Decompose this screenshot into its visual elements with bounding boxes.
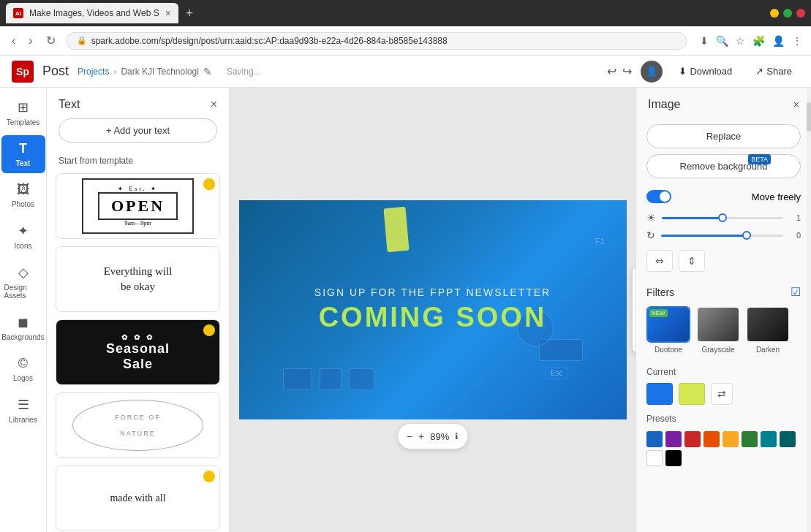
sidebar-item-photos[interactable]: 🖼 Photos [1, 176, 45, 214]
canvas-main-text: COMING SOON [314, 303, 551, 333]
brightness-value: 1 [789, 213, 801, 222]
preset-color-5[interactable] [742, 431, 758, 447]
zoom-in-button[interactable]: + [418, 430, 424, 442]
puzzle-browser-icon[interactable]: 🧩 [752, 35, 765, 47]
rotation-thumb[interactable] [742, 231, 751, 240]
remove-bg-button[interactable]: Remove background BETA [646, 154, 801, 178]
browser-action-icons: ⬇ 🔍 ☆ 🧩 👤 ⋮ [700, 35, 802, 47]
preset-color-0[interactable] [646, 431, 663, 447]
rotation-slider-row: ↻ 0 [636, 227, 811, 244]
sidebar-item-backgrounds[interactable]: ◼ Backgrounds [1, 308, 45, 347]
preset-color-4[interactable] [723, 431, 739, 447]
preset-color-3[interactable] [704, 431, 720, 447]
forward-button[interactable]: › [26, 31, 35, 50]
preset-color-8[interactable] [646, 450, 663, 466]
close-button[interactable] [796, 9, 805, 18]
star-browser-icon[interactable]: ☆ [736, 35, 745, 47]
template-item-everything[interactable]: Everything willbe okay [56, 246, 220, 312]
canvas-info-tool[interactable]: ℹ [633, 323, 636, 349]
menu-browser-icon[interactable]: ⋮ [792, 35, 802, 47]
shuffle-colors-button[interactable]: ⇄ [711, 383, 733, 405]
share-icon: ↗ [755, 66, 763, 77]
right-panel-scrollbar[interactable] [807, 88, 811, 532]
canvas-info-button[interactable]: ℹ [455, 431, 459, 441]
filter-duotone-label: Duotone [655, 346, 682, 354]
filter-darken[interactable]: Darken [746, 306, 790, 354]
filter-duotone-bg: NEW [648, 308, 689, 341]
flip-horizontal-button[interactable]: ⇔ [646, 250, 673, 272]
sidebar-item-text[interactable]: T Text [1, 135, 45, 173]
filter-grayscale-label: Grayscale [701, 346, 734, 354]
tab-close-icon[interactable]: × [165, 7, 171, 19]
download-browser-icon[interactable]: ⬇ [700, 35, 709, 47]
address-bar[interactable]: 🔒 spark.adobe.com/sp/design/post/urn:aai… [66, 32, 687, 50]
scrollbar-thumb[interactable] [807, 102, 811, 132]
preset-color-7[interactable] [780, 431, 796, 447]
redo-button[interactable]: ↪ [622, 64, 632, 78]
new-tab-button[interactable]: + [186, 6, 194, 21]
filter-duotone-preview: NEW [646, 306, 690, 343]
current-color-2[interactable] [679, 383, 705, 405]
canvas[interactable]: F1 Esc SIGN UP FOR THE FPPT NEWSLETTER C… [239, 200, 627, 419]
templates-label: Templates [7, 118, 40, 126]
template-item-seasonal[interactable]: ✿ ✿ ✿ Seasonal Sale [56, 319, 220, 385]
rotation-slider-track[interactable] [661, 235, 783, 237]
template-item-open[interactable]: ✦ Est. ✦ OPEN 9am—9pm [56, 173, 220, 239]
text-icon: T [19, 141, 27, 156]
canvas-image-tool[interactable]: 🖼 [633, 270, 636, 297]
template-badge-made-with [203, 471, 215, 482]
sidebar-item-icons[interactable]: ✦ Icons [1, 217, 45, 256]
flip-vertical-button[interactable]: ⇕ [679, 250, 705, 272]
back-button[interactable]: ‹ [9, 31, 18, 50]
lock-icon: 🔒 [77, 36, 87, 45]
backgrounds-label: Backgrounds [1, 333, 44, 341]
breadcrumb-projects[interactable]: Projects [78, 66, 109, 77]
canvas-area[interactable]: F1 Esc SIGN UP FOR THE FPPT NEWSLETTER C… [230, 88, 635, 532]
filter-grayscale[interactable]: Grayscale [696, 306, 740, 354]
browser-titlebar: Ai Make Images, Videos and Web S × + [0, 0, 811, 26]
breadcrumb-project[interactable]: Dark KJI Technologi [121, 66, 199, 77]
zoom-browser-icon[interactable]: 🔍 [716, 35, 728, 47]
refresh-button[interactable]: ↻ [43, 31, 59, 50]
f1-label: F1 [595, 237, 605, 246]
panel-close-button[interactable]: × [211, 98, 217, 111]
replace-button[interactable]: Replace [646, 124, 801, 148]
sidebar-item-design-assets[interactable]: ◇ Design Assets [1, 259, 45, 305]
download-button[interactable]: ⬇ Download [671, 61, 739, 81]
minimize-button[interactable] [770, 9, 779, 18]
sidebar-item-templates[interactable]: ⊞ Templates [1, 94, 45, 132]
main-area: ⊞ Templates T Text 🖼 Photos ✦ Icons ◇ De… [0, 88, 811, 532]
sidebar-item-logos[interactable]: © Logos [1, 350, 45, 388]
filter-duotone[interactable]: NEW Duotone [646, 306, 690, 354]
avatar[interactable]: 👤 [641, 61, 663, 83]
edit-project-icon[interactable]: ✎ [203, 66, 212, 77]
maximize-button[interactable] [783, 9, 792, 18]
template-item-made-with[interactable]: made with all [56, 466, 220, 531]
brightness-thumb[interactable] [718, 213, 727, 222]
zoom-out-button[interactable]: − [407, 430, 412, 442]
canvas-trash-tool[interactable]: 🗑 [633, 297, 636, 323]
brightness-slider-track[interactable] [662, 217, 783, 219]
preset-color-2[interactable] [684, 431, 701, 447]
preset-color-6[interactable] [761, 431, 777, 447]
current-color-1[interactable] [646, 383, 673, 405]
preset-color-9[interactable] [665, 450, 682, 466]
template-item-force[interactable]: FORCE OF NATURE [56, 392, 220, 458]
brightness-icon: ☀ [646, 212, 656, 224]
right-panel-close-button[interactable]: × [793, 99, 799, 110]
profile-browser-icon[interactable]: 👤 [772, 35, 785, 47]
zoom-level[interactable]: 89% [430, 431, 449, 442]
add-text-button[interactable]: + Add your text [59, 118, 217, 142]
sidebar-item-libraries[interactable]: ☰ Libraries [1, 391, 45, 430]
backgrounds-icon: ◼ [18, 314, 29, 330]
preset-color-1[interactable] [665, 431, 682, 447]
flip-h-icon: ⇔ [655, 255, 664, 267]
move-freely-toggle[interactable] [646, 190, 671, 203]
photos-icon: 🖼 [17, 182, 30, 197]
undo-button[interactable]: ↩ [607, 64, 616, 78]
logos-icon: © [18, 356, 28, 371]
filters-enabled-check[interactable]: ☑ [791, 285, 801, 299]
browser-tab[interactable]: Ai Make Images, Videos and Web S × [6, 3, 178, 23]
share-button[interactable]: ↗ Share [748, 61, 799, 81]
template-made-with-text: made with all [110, 493, 165, 504]
